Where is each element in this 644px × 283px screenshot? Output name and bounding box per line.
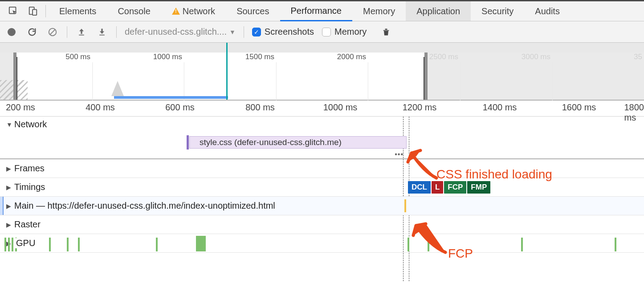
- memory-checkbox[interactable]: Memory: [322, 27, 367, 37]
- device-toggle-icon[interactable]: [23, 1, 43, 21]
- overview-timeline[interactable]: 500 ms 1000 ms 1500 ms 2000 ms 2500 ms 3…: [0, 43, 644, 101]
- ruler-tick: 800 ms: [245, 102, 275, 113]
- recording-selector[interactable]: defer-unused-css.glitch.... ▼: [125, 27, 236, 37]
- svg-rect-4: [79, 34, 84, 35]
- screenshots-checkbox[interactable]: ✓ Screenshots: [252, 27, 314, 37]
- track-gpu[interactable]: ▶ GPU: [0, 234, 644, 253]
- track-label: Timings: [14, 182, 45, 192]
- overview-shade-right: [428, 53, 644, 100]
- divider: [67, 26, 67, 38]
- disclosure-triangle-icon[interactable]: ▶: [6, 202, 12, 210]
- tab-memory[interactable]: Memory: [352, 1, 406, 21]
- recording-selector-label: defer-unused-css.glitch....: [125, 27, 227, 37]
- divider: [244, 26, 244, 38]
- gpu-activity-icon: [408, 238, 409, 251]
- chevron-down-icon: ▼: [229, 28, 236, 36]
- selection-gutter: [0, 197, 4, 215]
- track-label: GPU: [14, 238, 37, 248]
- gpu-activity-icon: [156, 238, 158, 251]
- upload-button[interactable]: [75, 26, 88, 38]
- tab-label: Sources: [236, 6, 269, 16]
- badge-fmp[interactable]: FMP: [467, 181, 490, 194]
- checkbox-label: Screenshots: [265, 27, 314, 37]
- tab-audits[interactable]: Audits: [524, 1, 571, 21]
- tab-label: Application: [416, 6, 460, 16]
- network-request-queue-icon: [187, 135, 189, 150]
- overview-network-bar: [114, 96, 228, 99]
- download-button[interactable]: [96, 26, 108, 38]
- tab-application[interactable]: Application: [406, 1, 471, 21]
- ruler-tick: 1400 ms: [483, 102, 517, 113]
- devtools-tab-bar: Elements Console Network Sources Perform…: [0, 0, 644, 21]
- ruler-tick: 1000 ms: [323, 102, 358, 113]
- tab-label: Memory: [363, 6, 395, 16]
- resize-handle-icon[interactable]: •••: [395, 150, 404, 158]
- checkbox-icon: [322, 28, 331, 36]
- divider: [116, 26, 117, 38]
- timing-badges: DCL L FCP FMP: [408, 181, 490, 194]
- tab-elements[interactable]: Elements: [49, 1, 107, 21]
- record-button[interactable]: [5, 26, 18, 38]
- tab-network[interactable]: Network: [161, 1, 226, 21]
- ruler-tick: 1600 ms: [562, 102, 596, 113]
- tab-security[interactable]: Security: [471, 1, 524, 21]
- track-label: Main — https://defer-unused-css.glitch.m…: [14, 201, 275, 211]
- ruler-tick: 200 ms: [6, 102, 35, 113]
- badge-dcl[interactable]: DCL: [408, 181, 431, 194]
- garbage-collect-button[interactable]: [380, 26, 392, 38]
- tab-label: Performance: [291, 6, 342, 16]
- tab-sources[interactable]: Sources: [226, 1, 280, 21]
- clear-button[interactable]: [46, 26, 59, 38]
- tab-label: Audits: [535, 6, 560, 16]
- gpu-activity-icon: [615, 238, 616, 251]
- detail-ruler[interactable]: 200 ms 400 ms 600 ms 800 ms 1000 ms 1200…: [0, 101, 644, 117]
- svg-rect-2: [33, 9, 37, 15]
- gpu-activity-icon: [196, 236, 206, 251]
- tab-performance[interactable]: Performance: [280, 2, 353, 21]
- ruler-tick: 600 ms: [165, 102, 195, 113]
- tab-label: Console: [118, 6, 150, 16]
- track-label: Network: [14, 119, 47, 129]
- reload-button[interactable]: [26, 26, 38, 38]
- overview-handle-end[interactable]: [424, 53, 428, 100]
- tab-console[interactable]: Console: [107, 1, 161, 21]
- overview-handle-start[interactable]: [13, 53, 16, 100]
- overview-ruler: [0, 43, 644, 53]
- gpu-activity-icon: [49, 238, 51, 251]
- warning-icon: [172, 8, 180, 15]
- record-dot-icon: [8, 28, 16, 36]
- track-label: Frames: [14, 163, 45, 174]
- ruler-tick: 400 ms: [86, 102, 115, 113]
- cpu-peak-icon: [111, 81, 124, 96]
- main-task-marker: [404, 199, 406, 212]
- track-frames[interactable]: ▶ Frames: [0, 159, 644, 178]
- network-request-bar[interactable]: style.css (defer-unused-css.glitch.me): [189, 136, 407, 149]
- track-label: Raster: [14, 219, 41, 230]
- badge-fcp[interactable]: FCP: [444, 181, 466, 194]
- ruler-tick: 1200 ms: [403, 102, 437, 113]
- disclosure-triangle-icon[interactable]: ▶: [6, 165, 12, 172]
- tab-label: Network: [183, 6, 215, 16]
- overview-marker-line: [226, 43, 228, 100]
- gpu-activity-icon: [78, 238, 80, 251]
- track-raster[interactable]: ▶ Raster: [0, 215, 644, 234]
- disclosure-triangle-icon[interactable]: ▼: [6, 121, 12, 128]
- divider: [45, 5, 46, 17]
- track-network[interactable]: ▼ Network style.css (defer-unused-css.gl…: [0, 117, 644, 159]
- inspect-element-icon[interactable]: [4, 1, 23, 21]
- flamechart-tracks: ▼ Network style.css (defer-unused-css.gl…: [0, 117, 644, 253]
- track-timings[interactable]: ▶ Timings DCL L FCP FMP: [0, 178, 644, 197]
- svg-rect-6: [385, 28, 387, 30]
- gpu-activity-icon: [428, 238, 429, 251]
- tab-label: Security: [481, 6, 514, 16]
- disclosure-triangle-icon[interactable]: ▶: [6, 221, 12, 228]
- track-main[interactable]: ▶ Main — https://defer-unused-css.glitch…: [0, 197, 644, 215]
- gpu-activity-icon: [67, 238, 69, 251]
- svg-rect-5: [99, 34, 105, 35]
- tab-label: Elements: [59, 6, 96, 16]
- svg-rect-0: [9, 7, 16, 14]
- checkbox-icon: ✓: [252, 28, 261, 36]
- disclosure-triangle-icon[interactable]: ▶: [6, 184, 12, 191]
- network-request-label: style.css (defer-unused-css.glitch.me): [200, 137, 342, 147]
- badge-load[interactable]: L: [432, 181, 443, 194]
